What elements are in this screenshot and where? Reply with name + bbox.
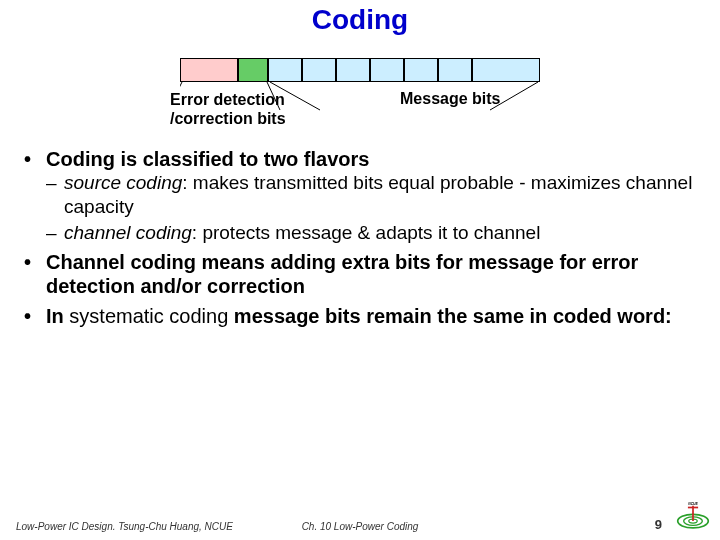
label-text: /correction bits [170,110,286,127]
slide: Coding Error detection /correction bits … [0,0,720,540]
diagram-labels: Error detection /correction bits Message… [120,90,600,134]
desc: : protects message & adapts it to channe… [192,222,541,243]
bits-diagram [180,58,540,84]
svg-text:NCUE: NCUE [688,502,698,506]
error-bit-cell [238,58,268,82]
message-bit-cell [438,58,472,82]
bullet-systematic: In systematic coding message bits remain… [24,304,696,328]
bullet-text-a: In [46,305,69,327]
bullet-text-b: systematic coding [69,305,228,327]
footer: Low-Power IC Design. Tsung-Chu Huang, NC… [0,512,720,532]
message-bit-cell [370,58,404,82]
logo-icon: NCUE [676,502,710,530]
footer-center: Ch. 10 Low-Power Coding [0,521,720,532]
subbullet-source: source coding: makes transmitted bits eq… [46,171,696,219]
subbullet-channel: channel coding: protects message & adapt… [46,221,696,245]
message-bit-cell [472,58,540,82]
term: channel coding [64,222,192,243]
bullet-flavors: Coding is classified to two flavors sour… [24,148,696,244]
content-area: Coding is classified to two flavors sour… [0,134,720,328]
error-bit-cell [180,58,238,82]
slide-title: Coding [0,0,720,36]
bullet-channel-coding: Channel coding means adding extra bits f… [24,250,696,298]
page-number: 9 [655,517,662,532]
bullet-text-c: message bits remain the same in coded wo… [228,305,671,327]
bullet-text: Channel coding means adding extra bits f… [46,251,638,297]
message-bit-cell [336,58,370,82]
label-message-bits: Message bits [400,90,560,108]
bullet-text: Coding is classified to two flavors [46,148,369,170]
message-bit-cell [404,58,438,82]
label-text: Error detection [170,91,285,108]
message-bit-cell [302,58,336,82]
label-error-bits: Error detection /correction bits [170,90,350,128]
message-bit-cell [268,58,302,82]
term: source coding [64,172,182,193]
